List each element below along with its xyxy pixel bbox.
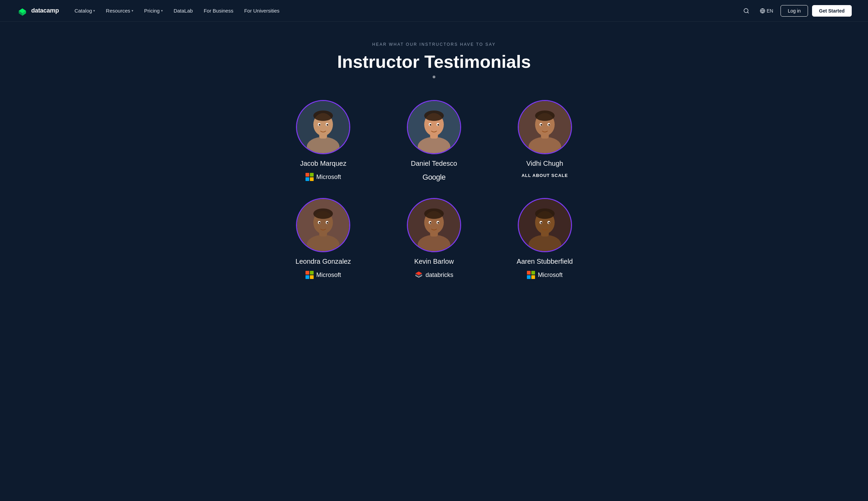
instructor-card-vidhi-chugh[interactable]: Vidhi Chugh ALL ABOUT SCALE [503, 100, 586, 182]
instructor-card-leondra-gonzalez[interactable]: Leondra Gonzalez Microsoft [282, 198, 365, 279]
svg-point-12 [327, 124, 328, 126]
svg-point-62 [548, 222, 550, 224]
get-started-button[interactable]: Get Started [812, 5, 852, 17]
instructor-name-aaren-stubberfield: Aaren Stubberfield [517, 258, 573, 265]
nav-links: Catalog ▾ Resources ▾ Pricing ▾ DataLab … [70, 5, 740, 16]
scroll-indicator [433, 76, 435, 78]
instructor-name-jacob-marquez: Jacob Marquez [300, 160, 347, 168]
instructor-card-jacob-marquez[interactable]: Jacob Marquez Microsoft [282, 100, 365, 182]
instructor-card-daniel-tedesco[interactable]: Daniel Tedesco Google [392, 100, 476, 182]
svg-point-32 [548, 124, 550, 126]
svg-point-63 [544, 225, 546, 227]
nav-resources[interactable]: Resources ▾ [101, 5, 138, 16]
instructor-name-kevin-barlow: Kevin Barlow [414, 258, 454, 265]
microsoft-logo: Microsoft [306, 173, 341, 181]
language-selector[interactable]: EN [756, 6, 776, 15]
google-logo: Google [423, 173, 445, 182]
logo[interactable]: datacamp [16, 5, 59, 17]
svg-point-11 [319, 124, 320, 126]
search-button[interactable] [740, 5, 752, 17]
avatar-aaren-stubberfield [518, 198, 572, 252]
svg-point-23 [433, 127, 435, 129]
nav-pricing[interactable]: Pricing ▾ [139, 5, 168, 16]
avatar-vidhi-chugh [518, 100, 572, 154]
chevron-down-icon: ▾ [161, 9, 163, 12]
instructor-card-kevin-barlow[interactable]: Kevin Barlow databricks [392, 198, 476, 279]
nav-for-business[interactable]: For Business [199, 5, 239, 16]
svg-point-33 [544, 127, 546, 129]
microsoft-logo: Microsoft [306, 271, 341, 279]
login-button[interactable]: Log in [781, 5, 808, 17]
svg-point-38 [313, 209, 333, 219]
section-title: Instructor Testimonials [337, 52, 531, 72]
lang-label: EN [766, 8, 773, 13]
instructors-grid: Jacob Marquez Microsoft [282, 100, 586, 279]
svg-point-52 [437, 222, 439, 224]
chevron-down-icon: ▾ [131, 9, 133, 12]
svg-point-61 [540, 222, 542, 224]
main-content: HEAR WHAT OUR INSTRUCTORS HAVE TO SAY In… [0, 22, 868, 306]
svg-point-31 [540, 124, 542, 126]
nav-for-universities[interactable]: For Universities [240, 5, 284, 16]
svg-point-51 [430, 222, 431, 224]
instructor-card-aaren-stubberfield[interactable]: Aaren Stubberfield Microsoft [503, 198, 586, 279]
avatar-kevin-barlow [407, 198, 461, 252]
svg-point-42 [327, 222, 328, 224]
svg-point-48 [424, 209, 444, 219]
all-about-scale-logo: ALL ABOUT SCALE [521, 173, 568, 178]
avatar-daniel-tedesco [407, 100, 461, 154]
avatar-leondra-gonzalez [296, 198, 350, 252]
svg-point-13 [322, 127, 324, 129]
svg-point-18 [424, 110, 444, 121]
nav-datalab[interactable]: DataLab [169, 5, 198, 16]
navbar: datacamp Catalog ▾ Resources ▾ Pricing ▾… [0, 0, 868, 22]
nav-catalog[interactable]: Catalog ▾ [70, 5, 100, 16]
svg-point-58 [535, 209, 555, 219]
svg-point-21 [430, 124, 431, 126]
svg-point-8 [313, 110, 333, 121]
svg-point-53 [433, 225, 435, 227]
svg-point-41 [319, 222, 320, 224]
section-eyebrow: HEAR WHAT OUR INSTRUCTORS HAVE TO SAY [372, 42, 496, 47]
svg-line-1 [747, 12, 748, 13]
microsoft-logo: Microsoft [527, 271, 562, 279]
nav-right: EN Log in Get Started [740, 5, 852, 17]
svg-point-43 [322, 225, 324, 227]
chevron-down-icon: ▾ [93, 9, 95, 12]
instructor-name-leondra-gonzalez: Leondra Gonzalez [296, 258, 351, 265]
instructor-name-vidhi-chugh: Vidhi Chugh [526, 160, 563, 168]
databricks-logo: databricks [415, 271, 453, 279]
avatar-jacob-marquez [296, 100, 350, 154]
svg-point-22 [437, 124, 439, 126]
instructor-name-daniel-tedesco: Daniel Tedesco [411, 160, 457, 168]
svg-point-28 [535, 110, 555, 121]
logo-text: datacamp [31, 7, 59, 14]
